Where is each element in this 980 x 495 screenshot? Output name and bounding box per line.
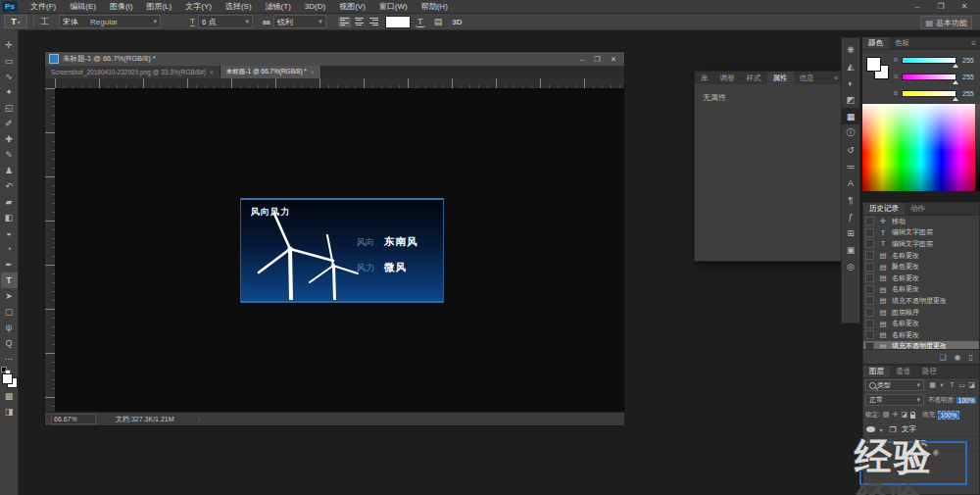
pixel-filter-icon[interactable]: ▦ — [928, 381, 937, 389]
swatches-panel-icon[interactable]: ❋ — [842, 41, 859, 58]
history-step[interactable]: ▤ 名称更改 — [863, 250, 979, 262]
channels-panel-icon[interactable]: ◎ — [842, 258, 859, 274]
layer-row[interactable]: ▾ ❒ 文字 — [863, 422, 979, 437]
history-step[interactable]: ▤ 名称更改 — [863, 318, 979, 329]
window-close-button[interactable]: ✕ — [958, 2, 970, 11]
font-size-select[interactable]: 6 点 ▾ — [198, 15, 253, 28]
foreground-color-swatch[interactable] — [2, 373, 13, 384]
libraries-panel-icon[interactable]: ◭ — [842, 58, 859, 74]
visibility-eye-icon[interactable] — [866, 426, 875, 432]
panel-tab[interactable]: 颜色 — [862, 37, 889, 49]
panel-menu-icon[interactable]: ≡ — [971, 39, 980, 48]
expand-arrow-icon[interactable]: ▾ — [878, 426, 884, 433]
glyphs-panel-icon[interactable]: ƒ — [842, 208, 859, 224]
character-panel-icon[interactable]: A — [842, 174, 859, 191]
window-restore-button[interactable]: ❐ — [935, 2, 947, 11]
slider-thumb-icon[interactable] — [953, 64, 958, 68]
color-spectrum-picker[interactable] — [862, 104, 980, 191]
history-step[interactable]: ▤ 颜色更改 — [863, 261, 979, 272]
adjustment-filter-icon[interactable]: ◐ — [938, 381, 947, 389]
styles-panel-icon[interactable]: ◩ — [842, 91, 859, 108]
brush-tool-icon[interactable]: ✎ — [1, 147, 18, 163]
history-source-checkbox[interactable] — [865, 320, 874, 328]
foreground-background-swatches[interactable] — [1, 369, 18, 388]
menu-item[interactable]: 图像(I) — [103, 0, 140, 13]
panel-tab[interactable]: 历史记录 — [863, 203, 905, 215]
foreground-color-swatch[interactable] — [866, 57, 881, 72]
slider-thumb-icon[interactable] — [953, 80, 958, 84]
photoshop-logo[interactable]: Ps — [2, 1, 18, 12]
type-filter-icon[interactable]: T — [948, 381, 956, 389]
history-step[interactable]: T 编辑文字图层 — [863, 227, 979, 239]
lasso-tool-icon[interactable]: ∿ — [1, 69, 18, 84]
smart-object-filter-icon[interactable]: ◪ — [967, 381, 976, 389]
hand-tool-icon[interactable]: ψ — [1, 320, 18, 335]
fill-value-field[interactable]: 100% — [938, 411, 960, 420]
panel-tab[interactable]: 通道 — [890, 366, 916, 377]
marquee-tool-icon[interactable]: ▭ — [1, 53, 18, 69]
panel-tab[interactable]: 路径 — [916, 366, 943, 377]
panel-tab[interactable]: 动作 — [905, 203, 931, 215]
warp-text-icon[interactable]: T — [415, 17, 426, 26]
adjustments-panel-icon[interactable]: ◐ — [842, 74, 859, 91]
menu-item[interactable]: 帮助(H) — [415, 0, 455, 13]
canvas[interactable]: 风向风力 风向 — [55, 88, 624, 413]
lightness-strip[interactable] — [975, 104, 980, 191]
history-step[interactable]: ▤ 名称更改 — [863, 284, 979, 296]
doc-minimize-button[interactable]: – — [580, 55, 584, 64]
document-tab[interactable]: Screenshot_20180410-232929.png @ 33.3%(R… — [45, 66, 220, 78]
menu-item[interactable]: 编辑(E) — [63, 0, 103, 13]
panel-tab[interactable]: 信息 — [794, 72, 820, 84]
window-minimize-button[interactable]: – — [911, 2, 923, 11]
tab-close-icon[interactable]: × — [311, 69, 315, 75]
move-tool-icon[interactable]: ✛ — [1, 37, 18, 53]
history-source-checkbox[interactable] — [865, 273, 874, 282]
status-expander-icon[interactable]: 〉 — [198, 415, 205, 424]
lock-artboard-icon[interactable]: ◪ — [901, 411, 907, 419]
menu-item[interactable]: 选择(S) — [219, 0, 259, 13]
zoom-tool-icon[interactable]: Q — [1, 335, 18, 351]
pen-tool-icon[interactable]: ✒ — [1, 257, 18, 272]
history-step[interactable]: ▤ 名称更改 — [863, 272, 979, 284]
panel-tab[interactable]: 库 — [695, 72, 714, 84]
eyedropper-tool-icon[interactable]: ✐ — [1, 116, 18, 131]
new-document-from-state-icon[interactable]: ❏ — [939, 353, 946, 362]
align-right-icon[interactable] — [368, 17, 380, 27]
lock-all-icon[interactable] — [910, 415, 915, 419]
doc-restore-button[interactable]: ❐ — [594, 55, 601, 64]
menu-item[interactable]: 窗口(W) — [372, 0, 415, 13]
align-center-icon[interactable] — [353, 17, 366, 27]
gradient-tool-icon[interactable]: ◧ — [1, 210, 18, 225]
toggle-panels-icon[interactable]: ▤ — [434, 17, 443, 26]
eraser-tool-icon[interactable]: ▰ — [1, 194, 18, 210]
menu-item[interactable]: 文字(Y) — [178, 0, 219, 13]
lock-transparent-icon[interactable]: ▨ — [883, 411, 890, 419]
lock-position-icon[interactable]: ✛ — [892, 411, 898, 419]
history-source-checkbox[interactable] — [865, 239, 874, 248]
menu-item[interactable]: 图层(L) — [139, 0, 178, 13]
actions-panel-icon[interactable]: ≔ — [842, 158, 859, 174]
panel-tab[interactable]: 调整 — [714, 72, 741, 84]
notes-panel-icon[interactable]: ▣ — [842, 241, 859, 258]
menu-item[interactable]: 文件(F) — [24, 0, 63, 13]
current-tool-button[interactable]: T ▾ — [4, 15, 27, 28]
color-slider[interactable] — [902, 57, 956, 64]
document-tab[interactable]: 未标题-1 @ 66.7%(RGB/8) * × — [220, 66, 321, 78]
shape-tool-icon[interactable]: ▢ — [1, 304, 18, 320]
panel-tab[interactable]: 属性 — [767, 72, 794, 84]
opacity-value-field[interactable]: 100% — [956, 397, 977, 404]
panel-tab[interactable]: 图层 — [863, 366, 890, 377]
doc-close-button[interactable]: ✕ — [611, 55, 616, 64]
info-panel-icon[interactable]: ⓘ — [842, 124, 859, 141]
text-orientation-icon[interactable]: 工 — [40, 16, 49, 28]
filter-kind-select[interactable]: 类型 ▾ — [865, 379, 924, 391]
quick-mask-icon[interactable]: ▩ — [1, 388, 18, 404]
paragraph-panel-icon[interactable]: ¶ — [842, 191, 859, 208]
3d-button[interactable]: 3D — [452, 18, 462, 26]
history-source-checkbox[interactable] — [865, 217, 874, 225]
edit-toolbar-icon[interactable]: ⋯ — [1, 351, 18, 367]
tab-close-icon[interactable]: × — [210, 69, 214, 75]
history-source-checkbox[interactable] — [865, 296, 874, 305]
history-step[interactable]: ▤ 填充不透明度更改 — [863, 295, 979, 307]
blur-tool-icon[interactable]: ◒ — [1, 225, 18, 241]
